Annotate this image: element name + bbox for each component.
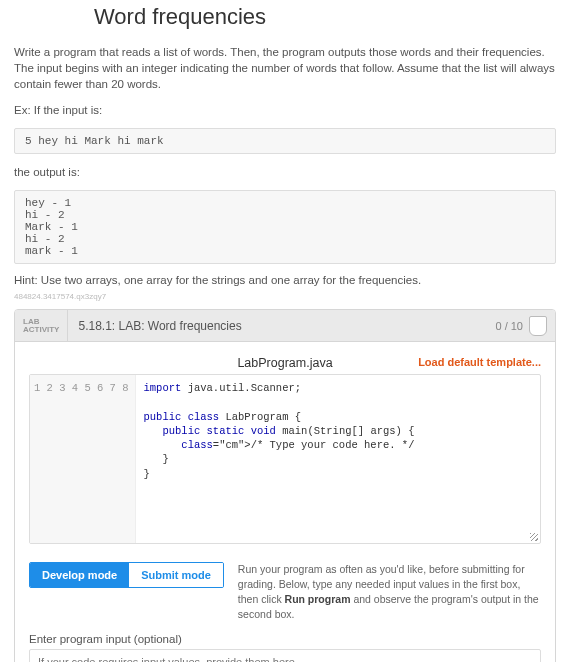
example-output-label: the output is:	[14, 164, 556, 180]
program-input-label: Enter program input (optional)	[29, 633, 541, 645]
editor-gutter: 1 2 3 4 5 6 7 8	[30, 375, 136, 543]
program-input[interactable]	[29, 649, 541, 662]
example-input-label: Ex: If the input is:	[14, 102, 556, 118]
load-default-template-link[interactable]: Load default template...	[418, 356, 541, 368]
activity-id: 484824.3417574.qx3zqy7	[14, 292, 556, 301]
shield-icon	[529, 316, 547, 336]
develop-mode-button[interactable]: Develop mode	[30, 563, 129, 587]
example-output-block: hey - 1 hi - 2 Mark - 1 hi - 2 mark - 1	[14, 190, 556, 264]
lab-activity-panel: LAB ACTIVITY 5.18.1: LAB: Word frequenci…	[14, 309, 556, 662]
mode-toggle: Develop mode Submit mode	[29, 562, 224, 588]
editor-code-area[interactable]: import java.util.Scanner; public class L…	[136, 375, 540, 543]
hint-text: Hint: Use two arrays, one array for the …	[14, 274, 556, 286]
lab-score: 0 / 10	[487, 310, 555, 341]
example-input-block: 5 hey hi Mark hi mark	[14, 128, 556, 154]
lab-header: LAB ACTIVITY 5.18.1: LAB: Word frequenci…	[15, 310, 555, 342]
lab-badge: LAB ACTIVITY	[15, 310, 68, 341]
lab-title: 5.18.1: LAB: Word frequencies	[68, 310, 487, 341]
submit-mode-button[interactable]: Submit mode	[129, 563, 223, 587]
lab-score-text: 0 / 10	[495, 320, 523, 332]
file-name: LabProgram.java	[237, 356, 332, 370]
resize-handle-icon[interactable]	[530, 533, 538, 541]
page-title: Word frequencies	[94, 4, 556, 30]
code-editor[interactable]: 1 2 3 4 5 6 7 8 import java.util.Scanner…	[29, 374, 541, 544]
problem-description: Write a program that reads a list of wor…	[14, 44, 556, 92]
lab-badge-line2: ACTIVITY	[23, 326, 59, 334]
mode-description: Run your program as often as you'd like,…	[238, 562, 541, 621]
